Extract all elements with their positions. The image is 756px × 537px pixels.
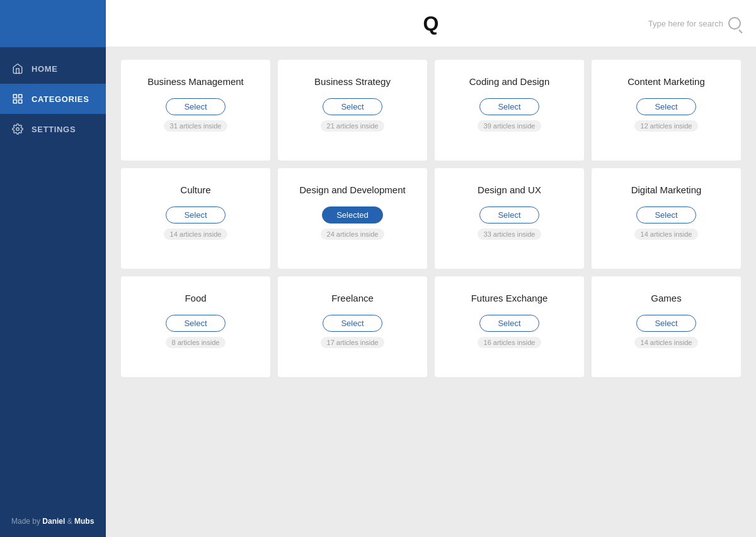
main-area: Q Type here for search Business Manageme… — [106, 0, 756, 537]
select-button-design-and-ux[interactable]: Select — [479, 206, 539, 223]
card-title-freelance: Freelance — [331, 291, 374, 305]
category-card-food: FoodSelect8 articles inside — [121, 276, 270, 377]
sidebar-item-home[interactable]: HOME — [0, 54, 106, 84]
select-button-business-management[interactable]: Select — [166, 98, 225, 115]
sidebar-item-categories-label: CATEGORIES — [32, 94, 89, 104]
articles-badge-content-marketing: 12 articles inside — [634, 120, 699, 132]
category-card-freelance: FreelanceSelect17 articles inside — [278, 276, 427, 377]
sidebar-item-settings-label: SETTINGS — [32, 125, 76, 134]
articles-badge-culture: 14 articles inside — [164, 229, 228, 240]
articles-badge-digital-marketing: 14 articles inside — [634, 229, 699, 240]
footer-prefix: Made by — [11, 517, 42, 526]
sidebar: HOME CATEGORIES SETTINGS Made by Da — [0, 0, 106, 537]
card-title-culture: Culture — [180, 183, 210, 196]
select-button-food[interactable]: Select — [166, 315, 225, 332]
sidebar-footer: Made by Daniel & Mubs — [0, 506, 106, 537]
footer-author2: Mubs — [74, 517, 94, 526]
card-actions-freelance: Select17 articles inside — [321, 315, 385, 348]
articles-badge-business-strategy: 21 articles inside — [321, 120, 385, 132]
category-card-design-and-ux: Design and UXSelect33 articles inside — [435, 168, 584, 269]
card-title-design-and-development: Design and Development — [299, 183, 405, 196]
select-button-culture[interactable]: Select — [166, 206, 225, 223]
search-placeholder-text: Type here for search — [648, 19, 723, 28]
card-actions-digital-marketing: Select14 articles inside — [634, 206, 699, 240]
card-actions-futures-exchange: Select16 articles inside — [478, 315, 542, 348]
category-card-culture: CultureSelect14 articles inside — [121, 168, 270, 269]
search-icon[interactable] — [728, 17, 741, 30]
select-button-design-and-development[interactable]: Selected — [322, 206, 383, 223]
content-area: Business ManagementSelect31 articles ins… — [106, 47, 756, 537]
app-logo: Q — [423, 12, 439, 35]
svg-point-4 — [16, 128, 20, 131]
select-button-digital-marketing[interactable]: Select — [636, 206, 696, 223]
search-area[interactable]: Type here for search — [648, 17, 741, 30]
settings-icon — [11, 123, 24, 135]
card-title-food: Food — [185, 291, 206, 305]
category-card-content-marketing: Content MarketingSelect12 articles insid… — [592, 60, 741, 161]
footer-author1: Daniel — [42, 517, 65, 526]
select-button-freelance[interactable]: Select — [323, 315, 382, 332]
svg-rect-0 — [13, 94, 16, 98]
category-card-games: GamesSelect14 articles inside — [592, 276, 741, 377]
select-button-business-strategy[interactable]: Select — [323, 98, 382, 115]
card-title-content-marketing: Content Marketing — [627, 75, 705, 88]
sidebar-item-categories[interactable]: CATEGORIES — [0, 84, 106, 114]
sidebar-nav: HOME CATEGORIES SETTINGS — [0, 47, 106, 506]
select-button-coding-and-design[interactable]: Select — [479, 98, 539, 115]
category-card-digital-marketing: Digital MarketingSelect14 articles insid… — [592, 168, 741, 269]
categories-grid: Business ManagementSelect31 articles ins… — [121, 60, 741, 377]
grid-icon — [11, 93, 24, 105]
category-card-coding-and-design: Coding and DesignSelect39 articles insid… — [435, 60, 584, 161]
sidebar-item-home-label: HOME — [32, 64, 58, 74]
topbar: Q Type here for search — [106, 0, 756, 47]
card-title-business-management: Business Management — [147, 75, 244, 88]
sidebar-top — [0, 0, 106, 47]
sidebar-item-settings[interactable]: SETTINGS — [0, 114, 106, 144]
card-title-digital-marketing: Digital Marketing — [631, 183, 702, 196]
svg-rect-2 — [13, 100, 16, 103]
card-actions-content-marketing: Select12 articles inside — [634, 98, 699, 132]
articles-badge-games: 14 articles inside — [634, 337, 699, 348]
card-title-coding-and-design: Coding and Design — [469, 75, 550, 88]
card-title-futures-exchange: Futures Exchange — [471, 291, 548, 305]
card-actions-design-and-ux: Select33 articles inside — [478, 206, 542, 240]
card-actions-culture: Select14 articles inside — [164, 206, 228, 240]
card-title-games: Games — [651, 291, 681, 305]
articles-badge-business-management: 31 articles inside — [164, 120, 228, 132]
svg-rect-3 — [19, 100, 22, 103]
card-actions-design-and-development: Selected24 articles inside — [321, 206, 385, 240]
articles-badge-design-and-development: 24 articles inside — [321, 229, 385, 240]
articles-badge-futures-exchange: 16 articles inside — [478, 337, 542, 348]
footer-separator: & — [65, 517, 74, 526]
category-card-business-management: Business ManagementSelect31 articles ins… — [121, 60, 270, 161]
articles-badge-coding-and-design: 39 articles inside — [478, 120, 542, 132]
select-button-futures-exchange[interactable]: Select — [479, 315, 539, 332]
select-button-content-marketing[interactable]: Select — [636, 98, 696, 115]
category-card-design-and-development: Design and DevelopmentSelected24 article… — [278, 168, 427, 269]
card-title-business-strategy: Business Strategy — [314, 75, 391, 88]
card-actions-business-strategy: Select21 articles inside — [321, 98, 385, 132]
articles-badge-food: 8 articles inside — [166, 337, 226, 348]
select-button-games[interactable]: Select — [636, 315, 696, 332]
category-card-business-strategy: Business StrategySelect21 articles insid… — [278, 60, 427, 161]
card-actions-coding-and-design: Select39 articles inside — [478, 98, 542, 132]
home-icon — [11, 62, 24, 75]
card-actions-food: Select8 articles inside — [166, 315, 226, 348]
card-title-design-and-ux: Design and UX — [478, 183, 541, 196]
card-actions-business-management: Select31 articles inside — [164, 98, 228, 132]
articles-badge-freelance: 17 articles inside — [321, 337, 385, 348]
category-card-futures-exchange: Futures ExchangeSelect16 articles inside — [435, 276, 584, 377]
svg-rect-1 — [19, 94, 22, 98]
card-actions-games: Select14 articles inside — [634, 315, 699, 348]
articles-badge-design-and-ux: 33 articles inside — [478, 229, 542, 240]
